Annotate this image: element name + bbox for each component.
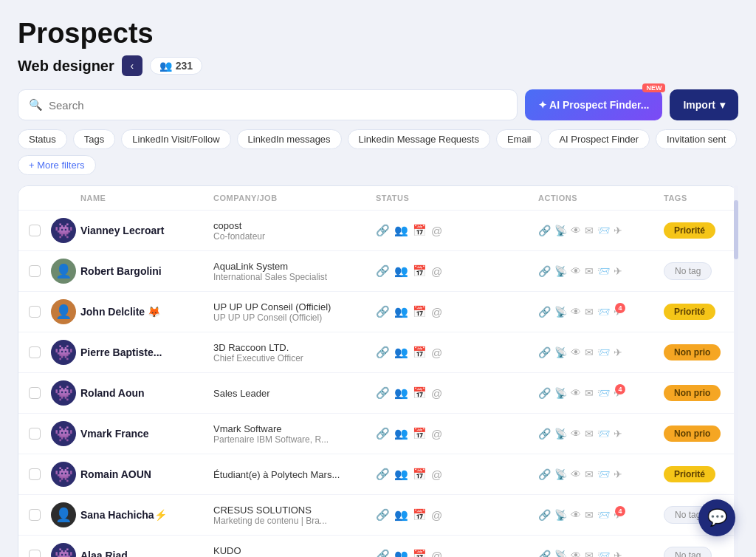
mail-action-5[interactable]: ✉ [585,387,594,399]
filter-linkedin-visit[interactable]: LinkedIn Visit/Follow [121,129,230,149]
status-icon-2-row-2[interactable]: 📅 [413,264,427,278]
signal-action-2[interactable]: 📡 [554,265,567,277]
status-icon-3-row-6[interactable]: @ [431,428,442,440]
link-action-6[interactable]: 🔗 [538,428,551,440]
send-action-1[interactable]: ✈ [614,225,622,236]
tag-6[interactable]: Non prio [664,426,721,442]
status-icon-1-row-3[interactable]: 👥 [394,305,408,318]
send-action-5[interactable]: ✈4 [614,387,622,399]
link-action-8[interactable]: 🔗 [538,509,551,521]
mail-action-6[interactable]: ✉ [585,428,594,440]
view-action-3[interactable]: 👁 [571,306,581,318]
tag-3[interactable]: Priorité [664,304,715,320]
inbox-action-7[interactable]: 📨 [597,468,610,480]
link-action-5[interactable]: 🔗 [538,387,551,399]
status-icon-0-row-9[interactable]: 🔗 [376,549,390,557]
row-checkbox-6[interactable] [29,428,41,440]
status-icon-1-row-9[interactable]: 👥 [394,549,408,557]
view-action-8[interactable]: 👁 [571,509,581,521]
row-checkbox-2[interactable] [29,265,41,277]
filter-linkedin-requests[interactable]: Linkedin Message Requests [348,129,490,149]
signal-action-6[interactable]: 📡 [554,428,567,440]
link-action-3[interactable]: 🔗 [538,306,551,318]
status-icon-1-row-7[interactable]: 👥 [394,468,408,481]
inbox-action-5[interactable]: 📨 [597,387,610,399]
filter-invitation[interactable]: Invitation sent [656,129,737,149]
view-action-7[interactable]: 👁 [571,468,581,480]
inbox-action-9[interactable]: 📨 [597,550,610,557]
mail-action-9[interactable]: ✉ [585,550,594,557]
link-action-7[interactable]: 🔗 [538,468,551,480]
inbox-action-3[interactable]: 📨 [597,306,610,318]
view-action-6[interactable]: 👁 [571,428,581,440]
status-icon-2-row-7[interactable]: 📅 [413,468,427,481]
signal-action-8[interactable]: 📡 [554,509,567,521]
ai-prospect-finder-button[interactable]: ✦ AI Prospect Finder... NEW [525,89,663,120]
view-action-2[interactable]: 👁 [571,265,581,277]
signal-action-9[interactable]: 📡 [554,550,567,557]
send-action-9[interactable]: ✈ [614,550,622,557]
signal-action-1[interactable]: 📡 [554,225,567,236]
view-action-1[interactable]: 👁 [571,225,581,236]
mail-action-7[interactable]: ✉ [585,468,594,480]
status-icon-2-row-6[interactable]: 📅 [413,427,427,440]
filter-ai-prospect[interactable]: AI Prospect Finder [548,129,650,149]
status-icon-2-row-8[interactable]: 📅 [413,508,427,522]
mail-action-3[interactable]: ✉ [585,306,594,318]
status-icon-2-row-9[interactable]: 📅 [413,549,427,557]
tag-4[interactable]: Non prio [664,344,721,360]
mail-action-1[interactable]: ✉ [585,225,594,236]
row-checkbox-5[interactable] [29,387,41,399]
filter-linkedin-messages[interactable]: LinkedIn messages [237,129,342,149]
link-action-4[interactable]: 🔗 [538,346,551,358]
mail-action-4[interactable]: ✉ [585,346,594,358]
status-icon-0-row-8[interactable]: 🔗 [376,508,390,522]
tag-2[interactable]: No tag [664,262,712,280]
status-icon-3-row-5[interactable]: @ [431,387,442,400]
filter-tags[interactable]: Tags [73,129,115,149]
scrollbar-thumb[interactable] [734,200,738,259]
status-icon-3-row-4[interactable]: @ [431,346,442,359]
tag-9[interactable]: No tag [664,547,712,557]
arrow-button[interactable]: ‹ [122,55,142,76]
signal-action-5[interactable]: 📡 [554,387,567,399]
signal-action-7[interactable]: 📡 [554,468,567,480]
scrollbar-track[interactable] [734,185,738,557]
status-icon-2-row-4[interactable]: 📅 [413,346,427,359]
status-icon-1-row-5[interactable]: 👥 [394,386,408,400]
status-icon-2-row-5[interactable]: 📅 [413,386,427,400]
status-icon-0-row-4[interactable]: 🔗 [376,346,390,359]
status-icon-3-row-1[interactable]: @ [431,225,442,237]
status-icon-1-row-4[interactable]: 👥 [394,346,408,359]
link-action-1[interactable]: 🔗 [538,225,551,236]
filter-email[interactable]: Email [496,129,543,149]
inbox-action-6[interactable]: 📨 [597,428,610,440]
status-icon-3-row-9[interactable]: @ [431,550,442,558]
link-action-2[interactable]: 🔗 [538,265,551,277]
signal-action-3[interactable]: 📡 [554,306,567,318]
status-icon-0-row-7[interactable]: 🔗 [376,468,390,481]
inbox-action-4[interactable]: 📨 [597,346,610,358]
view-action-5[interactable]: 👁 [571,387,581,399]
status-icon-3-row-8[interactable]: @ [431,509,442,522]
link-action-9[interactable]: 🔗 [538,550,551,557]
view-action-9[interactable]: 👁 [571,550,581,557]
status-icon-1-row-1[interactable]: 👥 [394,224,408,237]
inbox-action-8[interactable]: 📨 [597,509,610,521]
tag-5[interactable]: Non prio [664,385,721,401]
status-icon-3-row-2[interactable]: @ [431,265,442,278]
status-icon-0-row-5[interactable]: 🔗 [376,386,390,400]
status-icon-2-row-1[interactable]: 📅 [413,224,427,237]
search-input[interactable] [49,99,506,112]
more-filters-button[interactable]: + More filters [18,155,96,175]
row-checkbox-1[interactable] [29,225,41,236]
send-action-4[interactable]: ✈ [614,346,622,358]
send-action-8[interactable]: ✈4 [614,509,622,521]
send-action-3[interactable]: ✈4 [614,306,622,318]
row-checkbox-3[interactable] [29,306,41,318]
status-icon-2-row-3[interactable]: 📅 [413,305,427,318]
row-checkbox-4[interactable] [29,346,41,358]
tag-7[interactable]: Priorité [664,466,715,482]
send-action-7[interactable]: ✈ [614,468,622,480]
status-icon-0-row-2[interactable]: 🔗 [376,264,390,278]
